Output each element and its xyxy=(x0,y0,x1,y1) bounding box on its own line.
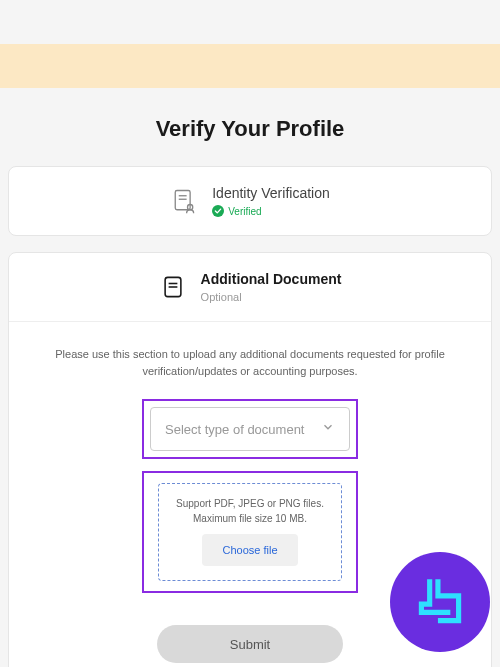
chevron-down-icon xyxy=(321,420,335,438)
optional-label: Optional xyxy=(201,291,342,303)
document-type-highlight: Select type of document xyxy=(142,399,358,459)
identity-verification-card: Identity Verification Verified xyxy=(8,166,492,236)
document-icon xyxy=(159,273,187,301)
identity-card-title: Identity Verification xyxy=(212,185,330,201)
identity-document-icon xyxy=(170,187,198,215)
page-title: Verify Your Profile xyxy=(8,116,492,142)
verified-status-text: Verified xyxy=(228,206,261,217)
upload-hint-line2: Maximum file size 10 MB. xyxy=(169,511,331,526)
check-circle-icon xyxy=(212,205,224,217)
choose-file-button[interactable]: Choose file xyxy=(202,534,297,566)
file-upload-dropzone[interactable]: Support PDF, JPEG or PNG files. Maximum … xyxy=(158,483,342,581)
upload-instructions: Please use this section to upload any ad… xyxy=(9,322,491,399)
notification-banner xyxy=(0,44,500,88)
document-type-select[interactable]: Select type of document xyxy=(150,407,350,451)
select-placeholder: Select type of document xyxy=(165,422,304,437)
svg-point-4 xyxy=(212,205,224,217)
brand-logo-icon[interactable] xyxy=(390,552,490,652)
submit-button[interactable]: Submit xyxy=(157,625,343,663)
additional-card-title: Additional Document xyxy=(201,271,342,287)
upload-hint-line1: Support PDF, JPEG or PNG files. xyxy=(169,496,331,511)
upload-highlight: Support PDF, JPEG or PNG files. Maximum … xyxy=(142,471,358,593)
